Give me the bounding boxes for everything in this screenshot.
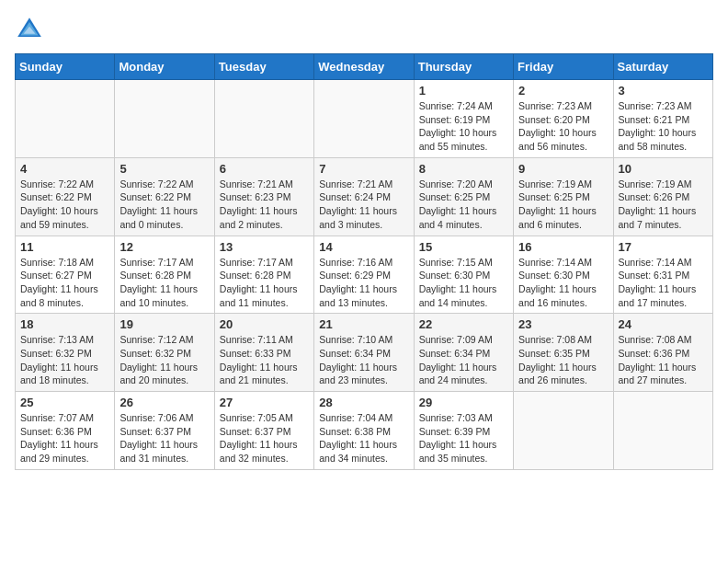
logo [15, 15, 48, 44]
calendar-cell: 4Sunrise: 7:22 AM Sunset: 6:22 PM Daylig… [16, 157, 115, 236]
calendar-cell: 18Sunrise: 7:13 AM Sunset: 6:32 PM Dayli… [16, 314, 115, 392]
calendar-cell: 8Sunrise: 7:20 AM Sunset: 6:25 PM Daylig… [414, 157, 513, 236]
calendar-cell: 15Sunrise: 7:15 AM Sunset: 6:30 PM Dayli… [414, 236, 513, 314]
day-number: 13 [220, 240, 309, 254]
day-info: Sunrise: 7:05 AM Sunset: 6:37 PM Dayligh… [220, 411, 309, 465]
day-number: 20 [220, 317, 309, 331]
day-number: 27 [220, 396, 309, 409]
day-info: Sunrise: 7:08 AM Sunset: 6:36 PM Dayligh… [619, 333, 708, 387]
calendar-cell [514, 392, 613, 470]
calendar-table: SundayMondayTuesdayWednesdayThursdayFrid… [15, 53, 713, 470]
day-info: Sunrise: 7:08 AM Sunset: 6:35 PM Dayligh… [518, 333, 608, 387]
day-number: 24 [619, 317, 708, 331]
calendar-cell: 20Sunrise: 7:11 AM Sunset: 6:33 PM Dayli… [214, 314, 313, 392]
day-info: Sunrise: 7:19 AM Sunset: 6:25 PM Dayligh… [518, 178, 608, 232]
day-info: Sunrise: 7:10 AM Sunset: 6:34 PM Dayligh… [319, 333, 408, 387]
day-info: Sunrise: 7:04 AM Sunset: 6:38 PM Dayligh… [319, 411, 408, 465]
calendar-cell: 26Sunrise: 7:06 AM Sunset: 6:37 PM Dayli… [115, 392, 214, 470]
day-info: Sunrise: 7:15 AM Sunset: 6:30 PM Dayligh… [419, 256, 508, 310]
day-info: Sunrise: 7:23 AM Sunset: 6:20 PM Dayligh… [518, 99, 608, 154]
day-number: 1 [419, 84, 508, 98]
day-number: 4 [20, 162, 109, 176]
calendar-cell: 14Sunrise: 7:16 AM Sunset: 6:29 PM Dayli… [314, 236, 414, 314]
calendar-cell: 3Sunrise: 7:23 AM Sunset: 6:21 PM Daylig… [613, 80, 712, 158]
calendar-week-row: 11Sunrise: 7:18 AM Sunset: 6:27 PM Dayli… [16, 236, 713, 314]
day-number: 29 [419, 396, 508, 409]
calendar-cell: 29Sunrise: 7:03 AM Sunset: 6:39 PM Dayli… [414, 392, 513, 470]
day-info: Sunrise: 7:24 AM Sunset: 6:19 PM Dayligh… [419, 99, 508, 154]
day-info: Sunrise: 7:09 AM Sunset: 6:34 PM Dayligh… [419, 333, 508, 387]
calendar-cell: 1Sunrise: 7:24 AM Sunset: 6:19 PM Daylig… [414, 80, 513, 158]
day-info: Sunrise: 7:21 AM Sunset: 6:24 PM Dayligh… [319, 178, 408, 232]
day-number: 28 [319, 396, 408, 409]
weekday-header-saturday: Saturday [613, 54, 712, 80]
day-info: Sunrise: 7:20 AM Sunset: 6:25 PM Dayligh… [419, 178, 508, 232]
day-info: Sunrise: 7:07 AM Sunset: 6:36 PM Dayligh… [20, 411, 109, 465]
day-number: 9 [518, 162, 608, 176]
weekday-header-monday: Monday [115, 54, 214, 80]
day-number: 3 [619, 84, 708, 98]
calendar-cell: 9Sunrise: 7:19 AM Sunset: 6:25 PM Daylig… [514, 157, 613, 236]
day-number: 19 [119, 317, 209, 331]
day-info: Sunrise: 7:16 AM Sunset: 6:29 PM Dayligh… [319, 256, 408, 310]
day-info: Sunrise: 7:19 AM Sunset: 6:26 PM Dayligh… [619, 178, 708, 232]
calendar-cell: 17Sunrise: 7:14 AM Sunset: 6:31 PM Dayli… [613, 236, 712, 314]
day-info: Sunrise: 7:13 AM Sunset: 6:32 PM Dayligh… [20, 333, 109, 387]
calendar-cell: 23Sunrise: 7:08 AM Sunset: 6:35 PM Dayli… [514, 314, 613, 392]
day-number: 23 [518, 317, 608, 331]
page-header [15, 15, 713, 44]
day-number: 26 [119, 396, 209, 409]
day-number: 2 [518, 84, 608, 98]
day-info: Sunrise: 7:17 AM Sunset: 6:28 PM Dayligh… [119, 256, 209, 310]
calendar-week-row: 25Sunrise: 7:07 AM Sunset: 6:36 PM Dayli… [16, 392, 713, 470]
day-number: 15 [419, 240, 508, 254]
calendar-cell: 21Sunrise: 7:10 AM Sunset: 6:34 PM Dayli… [314, 314, 414, 392]
day-number: 22 [419, 317, 508, 331]
day-number: 11 [20, 240, 109, 254]
calendar-cell: 2Sunrise: 7:23 AM Sunset: 6:20 PM Daylig… [514, 80, 613, 158]
weekday-header-friday: Friday [514, 54, 613, 80]
calendar-cell: 16Sunrise: 7:14 AM Sunset: 6:30 PM Dayli… [514, 236, 613, 314]
day-number: 14 [319, 240, 408, 254]
calendar-cell: 5Sunrise: 7:22 AM Sunset: 6:22 PM Daylig… [115, 157, 214, 236]
day-number: 6 [220, 162, 309, 176]
calendar-cell: 6Sunrise: 7:21 AM Sunset: 6:23 PM Daylig… [214, 157, 313, 236]
calendar-cell: 22Sunrise: 7:09 AM Sunset: 6:34 PM Dayli… [414, 314, 513, 392]
calendar-cell: 11Sunrise: 7:18 AM Sunset: 6:27 PM Dayli… [16, 236, 115, 314]
calendar-cell [16, 80, 115, 158]
day-info: Sunrise: 7:11 AM Sunset: 6:33 PM Dayligh… [220, 333, 309, 387]
calendar-cell [314, 80, 414, 158]
day-info: Sunrise: 7:23 AM Sunset: 6:21 PM Dayligh… [619, 99, 708, 154]
calendar-cell: 13Sunrise: 7:17 AM Sunset: 6:28 PM Dayli… [214, 236, 313, 314]
calendar-week-row: 1Sunrise: 7:24 AM Sunset: 6:19 PM Daylig… [16, 80, 713, 158]
calendar-cell: 10Sunrise: 7:19 AM Sunset: 6:26 PM Dayli… [613, 157, 712, 236]
calendar-week-row: 4Sunrise: 7:22 AM Sunset: 6:22 PM Daylig… [16, 157, 713, 236]
day-number: 21 [319, 317, 408, 331]
weekday-header-tuesday: Tuesday [214, 54, 313, 80]
calendar-cell [115, 80, 214, 158]
day-number: 12 [119, 240, 209, 254]
calendar-cell: 7Sunrise: 7:21 AM Sunset: 6:24 PM Daylig… [314, 157, 414, 236]
calendar-cell: 24Sunrise: 7:08 AM Sunset: 6:36 PM Dayli… [613, 314, 712, 392]
day-number: 7 [319, 162, 408, 176]
calendar-cell: 19Sunrise: 7:12 AM Sunset: 6:32 PM Dayli… [115, 314, 214, 392]
calendar-week-row: 18Sunrise: 7:13 AM Sunset: 6:32 PM Dayli… [16, 314, 713, 392]
day-info: Sunrise: 7:12 AM Sunset: 6:32 PM Dayligh… [119, 333, 209, 387]
calendar-cell [214, 80, 313, 158]
day-number: 18 [20, 317, 109, 331]
day-info: Sunrise: 7:14 AM Sunset: 6:31 PM Dayligh… [619, 256, 708, 310]
day-number: 16 [518, 240, 608, 254]
day-info: Sunrise: 7:17 AM Sunset: 6:28 PM Dayligh… [220, 256, 309, 310]
day-info: Sunrise: 7:22 AM Sunset: 6:22 PM Dayligh… [119, 178, 209, 232]
day-info: Sunrise: 7:14 AM Sunset: 6:30 PM Dayligh… [518, 256, 608, 310]
day-number: 10 [619, 162, 708, 176]
day-info: Sunrise: 7:06 AM Sunset: 6:37 PM Dayligh… [119, 411, 209, 465]
calendar-header-row: SundayMondayTuesdayWednesdayThursdayFrid… [16, 54, 713, 80]
calendar-cell: 25Sunrise: 7:07 AM Sunset: 6:36 PM Dayli… [16, 392, 115, 470]
calendar-cell: 12Sunrise: 7:17 AM Sunset: 6:28 PM Dayli… [115, 236, 214, 314]
weekday-header-sunday: Sunday [16, 54, 115, 80]
calendar-cell: 27Sunrise: 7:05 AM Sunset: 6:37 PM Dayli… [214, 392, 313, 470]
day-number: 25 [20, 396, 109, 409]
weekday-header-thursday: Thursday [414, 54, 513, 80]
calendar-cell [613, 392, 712, 470]
